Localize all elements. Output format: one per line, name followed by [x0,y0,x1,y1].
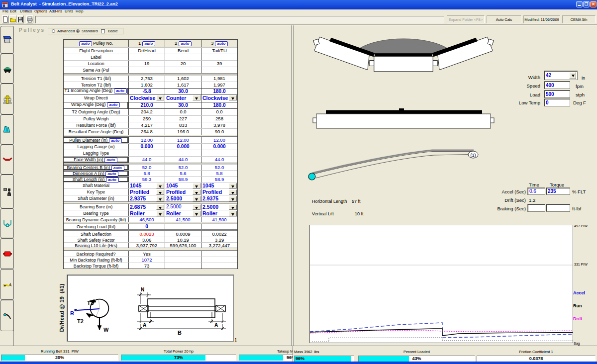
svg-text:(1): (1) [471,153,476,158]
svg-text:B: B [178,330,182,336]
svg-text:T2: T2 [77,318,84,324]
svg-text:A: A [143,322,146,328]
svg-text:A: A [214,322,218,328]
svg-text:N: N [141,287,144,292]
svg-text:R: R [70,310,74,316]
svg-text:W: W [103,327,109,333]
